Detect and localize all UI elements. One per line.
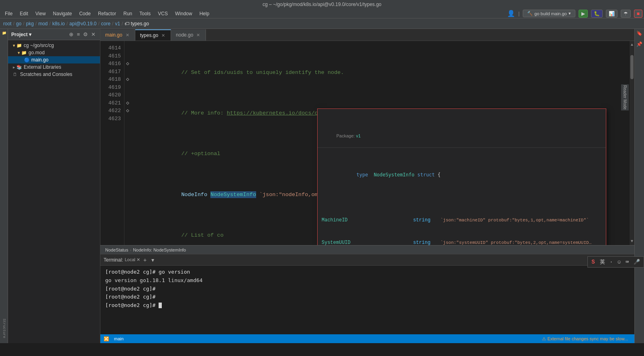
breadcrumb-core[interactable]: core: [101, 21, 110, 27]
scroll-thumb[interactable]: [630, 55, 634, 79]
editor-status-footer: NodeStatus › NodeInfo: NodeSystemInfo: [100, 245, 634, 254]
settings-icon[interactable]: ⚙: [82, 31, 89, 38]
scratches-icon: 🗒: [13, 72, 18, 77]
menu-run[interactable]: Run: [120, 10, 135, 17]
breadcrumb-mod[interactable]: mod: [38, 21, 47, 27]
line-numbers: 4614 4615 4616 4617 4618 4619 4620 4621 …: [100, 41, 124, 245]
user-icon[interactable]: 👤: [507, 10, 515, 17]
breadcrumb-api[interactable]: api@v0.19.0: [69, 21, 97, 27]
menu-navigate[interactable]: Navigate: [50, 10, 75, 17]
tab-close-types-go[interactable]: ✕: [161, 33, 166, 38]
git-icon: 🔀: [104, 336, 109, 342]
tree-label-scratches: Scratches and Consoles: [20, 72, 72, 77]
tree-item-cg[interactable]: ▾ 📁 cg ~/go/src/cg: [8, 42, 100, 49]
im-emoji-button[interactable]: ☺: [616, 258, 622, 266]
menu-edit[interactable]: Edit: [16, 10, 31, 17]
popup-package-label: Package: v1: [318, 123, 606, 148]
folder-icon-gomod: ▾ 📁: [18, 50, 27, 55]
tree-label-external-libs: External Libraries: [24, 64, 61, 70]
tree-item-external-libs[interactable]: ▸ 📚 External Libraries: [8, 63, 100, 71]
im-toolbar: S 英 · ☺ ⌨ 🎤: [587, 256, 644, 268]
breadcrumb-pkg[interactable]: pkg: [26, 21, 34, 27]
tree-item-scratches[interactable]: 🗒 Scratches and Consoles: [8, 71, 100, 78]
status-bar: 🔀 main ⚠ External file changes sync may …: [100, 334, 634, 343]
collapse-all-icon[interactable]: ≡: [75, 31, 81, 38]
im-s-button[interactable]: S: [590, 258, 596, 266]
menu-vcs[interactable]: VCS: [155, 10, 171, 17]
terminal-line-1: [root@node2 cg]# go version: [105, 268, 630, 276]
node-status-label: NodeStatus: [105, 248, 128, 252]
project-panel: Project ▾ ⊕ ≡ ⚙ ✕ ▾ 📁 cg ~/go/src/cg ▾ 📁…: [8, 29, 100, 343]
run-button[interactable]: ▶: [579, 10, 588, 18]
gutter: ◇ ◇ ◇ ◇: [124, 41, 132, 245]
breadcrumb-v1[interactable]: v1: [115, 21, 120, 27]
im-en-button[interactable]: 英: [599, 258, 606, 266]
terminal-label: Terminal:: [104, 257, 123, 263]
popup-fields: MachineID string `json:"machineID" proto…: [318, 202, 606, 246]
im-dot-button[interactable]: ·: [609, 258, 614, 266]
pin-icon[interactable]: 📌: [636, 41, 642, 47]
reader-mode-label[interactable]: Reader Mode: [621, 84, 629, 110]
terminal-type: Local ✕: [125, 257, 140, 262]
window-title: cg – ~/go/pkg/mod/k8s.io/api@v0.19.0/cor…: [263, 2, 381, 7]
tab-types-go[interactable]: types.go ✕: [135, 29, 171, 41]
menu-file[interactable]: File: [2, 10, 16, 17]
tab-close-node-go[interactable]: ✕: [196, 33, 201, 38]
debug-button[interactable]: 🐛: [591, 10, 603, 18]
popup-field-machineid: MachineID string `json:"machineID" proto…: [322, 216, 602, 224]
branch-label: main: [114, 336, 124, 341]
terminal-line-5: [root@node2 cg]#: [105, 301, 630, 310]
breadcrumb-bar: root / go / pkg / mod / k8s.io / api@v0.…: [0, 18, 644, 29]
tree-item-go-mod-folder[interactable]: ▾ 📁 go.mod: [8, 49, 100, 56]
project-toolbar: Project ▾ ⊕ ≡ ⚙ ✕: [8, 29, 100, 40]
code-editor[interactable]: // Set of ids/uuids to uniquely identify…: [132, 41, 630, 245]
im-mic-button[interactable]: 🎤: [632, 258, 641, 266]
editor-wrapper: main.go ✕ types.go ✕ node.go ✕ 4614 4615…: [100, 29, 634, 343]
bookmark-icon[interactable]: 🔖: [636, 31, 642, 37]
folder-icon: ▾ 📁: [13, 43, 22, 48]
menu-window[interactable]: Window: [172, 10, 196, 17]
close-panel-icon[interactable]: ✕: [90, 31, 97, 38]
terminal-content[interactable]: [root@node2 cg]# go version go version g…: [100, 266, 634, 334]
tab-label-node-go: node.go: [176, 32, 193, 38]
go-build-button[interactable]: 🔨 go build main.go ▾: [523, 10, 575, 17]
tab-label-types-go: types.go: [140, 33, 158, 38]
external-libs-icon: ▸ 📚: [13, 65, 22, 70]
terminal-panel: Terminal: Local ✕ + ▾ ✕ [root@node2 cg]#…: [100, 254, 634, 334]
breadcrumb-root[interactable]: root: [3, 21, 12, 27]
im-keyboard-button[interactable]: ⌨: [624, 258, 630, 266]
menu-bar: File Edit View Navigate Code Refactor Ru…: [0, 9, 644, 18]
terminal-line-2: go version go1.18.1 linux/amd64: [105, 276, 630, 285]
add-terminal-button[interactable]: +: [142, 257, 148, 263]
tree-item-main-go[interactable]: 🔵 main.go: [8, 56, 100, 63]
go-file-icon: 🔵: [24, 57, 30, 63]
terminal-line-3: [root@node2 cg]#: [105, 285, 630, 293]
sync-icon[interactable]: ⊕: [68, 31, 75, 38]
tab-main-go[interactable]: main.go ✕: [100, 29, 135, 41]
popup-field-systemuuid: SystemUUID string `json:"systemUUID" pro…: [322, 239, 602, 246]
stop-button[interactable]: ■: [634, 10, 642, 18]
tab-close-main-go[interactable]: ✕: [125, 33, 130, 38]
code-line-4614: // Set of ids/uuids to uniquely identify…: [136, 61, 630, 85]
tab-node-go[interactable]: node.go ✕: [171, 29, 206, 41]
status-warning[interactable]: ⚠ External file changes sync may be slow…: [539, 336, 631, 342]
menu-tools[interactable]: Tools: [136, 10, 154, 17]
menu-code[interactable]: Code: [76, 10, 94, 17]
breadcrumb-types-go[interactable]: 🏷 types.go: [124, 21, 149, 27]
terminal-dropdown-button[interactable]: ▾: [150, 257, 156, 263]
hover-popup: Package: v1 type NodeSystemInfo struct {…: [317, 108, 606, 245]
breadcrumb-k8s[interactable]: k8s.io: [52, 21, 65, 27]
footer-separator: ›: [130, 248, 131, 252]
tab-bar: main.go ✕ types.go ✕ node.go ✕: [100, 29, 634, 41]
menu-help[interactable]: Help: [196, 10, 213, 17]
coverage-button[interactable]: ☂: [621, 10, 631, 18]
popup-struct-def: type NodeSystemInfo struct {: [318, 162, 606, 187]
menu-view[interactable]: View: [32, 10, 49, 17]
menu-refactor[interactable]: Refactor: [95, 10, 119, 17]
project-icon[interactable]: 📁: [2, 31, 6, 35]
structure-icon[interactable]: Structure: [2, 319, 6, 338]
right-scrollbar[interactable]: ▲ ▼: [630, 41, 634, 245]
breadcrumb-go[interactable]: go: [16, 21, 21, 27]
profile-button[interactable]: 📊: [606, 10, 618, 18]
left-icon-strip: 📁 Structure: [0, 29, 8, 343]
